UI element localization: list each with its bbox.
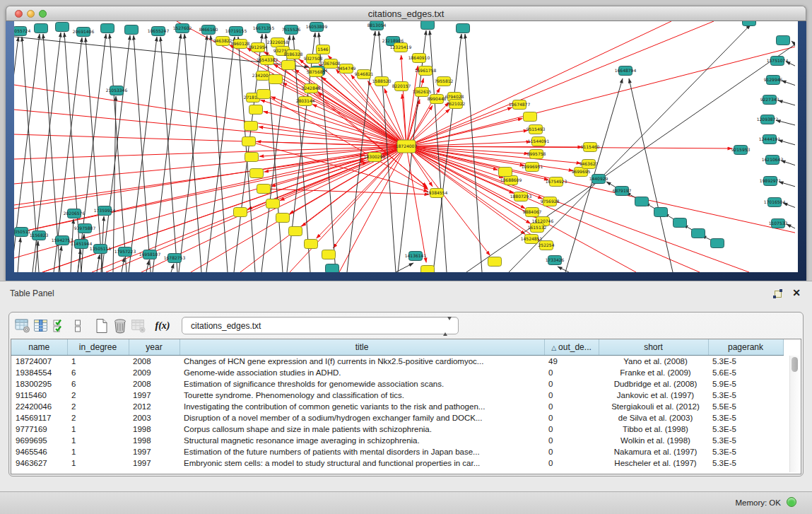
- network-edge[interactable]: [110, 34, 126, 272]
- network-node[interactable]: 20206576: [64, 209, 86, 218]
- network-node[interactable]: 20691406: [73, 28, 95, 37]
- network-node[interactable]: [692, 229, 705, 238]
- network-node[interactable]: 8454749: [337, 64, 356, 74]
- network-node[interactable]: 9463627: [579, 160, 599, 169]
- network-edge[interactable]: [776, 120, 795, 126]
- network-node[interactable]: 14136141: [405, 252, 427, 261]
- network-node[interactable]: 16754923: [546, 177, 567, 187]
- network-node[interactable]: 1621022: [447, 100, 466, 109]
- network-node[interactable]: [289, 227, 302, 236]
- network-node[interactable]: [322, 250, 336, 259]
- network-node[interactable]: 11544091: [528, 137, 550, 146]
- network-hub-node[interactable]: 18724007: [396, 140, 418, 153]
- network-edge[interactable]: [779, 182, 795, 187]
- network-edge[interactable]: [466, 42, 795, 272]
- network-node[interactable]: 17016504: [764, 198, 786, 207]
- network-node[interactable]: 8995758: [527, 150, 546, 159]
- network-node[interactable]: [488, 257, 502, 267]
- network-node[interactable]: 15751074: [767, 57, 789, 66]
- select-columns-icon[interactable]: [51, 317, 68, 334]
- network-node[interactable]: 9756928: [541, 197, 560, 206]
- network-node[interactable]: 17359924: [94, 206, 116, 216]
- new-table-icon[interactable]: [93, 317, 110, 334]
- network-node[interactable]: 9146821: [355, 70, 374, 79]
- network-node[interactable]: 8466160: [199, 25, 218, 35]
- network-node[interactable]: 9242848: [302, 84, 321, 93]
- network-node[interactable]: [257, 90, 271, 99]
- network-node[interactable]: 8912954: [249, 43, 268, 52]
- table-row[interactable]: 911546021997Tourette syndrome. Phenomeno…: [11, 390, 783, 401]
- table-selector-dropdown[interactable]: citations_edges.txt: [182, 317, 459, 334]
- network-edge[interactable]: [406, 46, 795, 146]
- network-node[interactable]: [635, 197, 649, 206]
- network-node[interactable]: 1546: [317, 45, 330, 54]
- table-row[interactable]: 1938455462009Genome-wide association stu…: [11, 367, 783, 378]
- show-columns-icon[interactable]: [33, 317, 49, 334]
- network-edge[interactable]: [134, 35, 151, 272]
- network-canvas[interactable]: 2405572420691406106552471527602846616010…: [14, 21, 798, 272]
- network-edge[interactable]: [778, 140, 795, 146]
- network-node[interactable]: 7515526: [282, 25, 301, 35]
- delete-rows-icon[interactable]: [112, 317, 129, 334]
- scrollbar-thumb[interactable]: [792, 357, 798, 372]
- float-panel-icon[interactable]: [773, 289, 782, 298]
- network-edge[interactable]: [430, 30, 447, 272]
- network-node[interactable]: [421, 21, 435, 30]
- network-node[interactable]: 2803144: [296, 97, 315, 106]
- network-node[interactable]: 9515493: [526, 125, 546, 134]
- network-node[interactable]: 7955812: [435, 77, 454, 86]
- network-node[interactable]: 9463822: [213, 37, 233, 46]
- column-header-name[interactable]: name: [11, 339, 67, 356]
- network-edge[interactable]: [290, 146, 406, 272]
- close-panel-icon[interactable]: ✕: [792, 287, 801, 298]
- network-edge[interactable]: [406, 146, 426, 262]
- network-node[interactable]: 10674877: [509, 100, 531, 110]
- network-node[interactable]: [234, 208, 247, 217]
- network-edge[interactable]: [406, 107, 512, 146]
- network-node[interactable]: 6879197: [613, 187, 632, 196]
- network-node[interactable]: 5875685: [307, 68, 326, 77]
- network-edge[interactable]: [406, 146, 749, 272]
- network-node[interactable]: 16782753: [164, 254, 186, 263]
- network-edge[interactable]: [206, 37, 235, 272]
- table-row[interactable]: 946362711997Embryonic stem cells: a mode…: [11, 457, 783, 469]
- network-edge[interactable]: [782, 81, 795, 86]
- network-edge[interactable]: [558, 267, 569, 272]
- column-header-out_de[interactable]: △out_de...: [544, 339, 599, 356]
- network-node[interactable]: 8186328: [284, 50, 303, 59]
- network-node[interactable]: 24055724: [14, 27, 30, 36]
- memory-status-dot[interactable]: [787, 497, 796, 507]
- network-node[interactable]: [499, 168, 512, 177]
- network-edge[interactable]: [401, 55, 406, 146]
- delete-table-icon[interactable]: [130, 317, 147, 334]
- network-edge[interactable]: [102, 35, 130, 272]
- table-row[interactable]: 2242004622012Investigating the contribut…: [11, 401, 783, 412]
- network-node[interactable]: [269, 75, 283, 84]
- network-node[interactable]: 9350511: [14, 228, 31, 237]
- network-edge[interactable]: [146, 260, 149, 272]
- network-edge[interactable]: [14, 37, 18, 272]
- network-edge[interactable]: [211, 35, 228, 272]
- network-node[interactable]: [711, 239, 724, 248]
- toggle-rows-icon[interactable]: [69, 317, 86, 334]
- network-node[interactable]: [56, 23, 69, 32]
- table-row[interactable]: 977716911998Corpus callosum shape and si…: [11, 424, 783, 435]
- network-node[interactable]: [326, 264, 339, 273]
- network-edge[interactable]: [14, 158, 365, 233]
- function-builder-icon[interactable]: f(x): [154, 317, 171, 334]
- network-node[interactable]: 16961758: [415, 66, 437, 76]
- network-node[interactable]: [421, 266, 435, 273]
- network-node[interactable]: 9227343: [760, 95, 779, 105]
- network-node[interactable]: 9129946: [764, 76, 783, 85]
- network-edge[interactable]: [629, 78, 673, 272]
- network-node[interactable]: 8813054: [367, 21, 387, 30]
- network-node[interactable]: 16958107: [139, 250, 161, 259]
- network-node[interactable]: 93975887: [74, 224, 96, 233]
- column-header-pagerank[interactable]: pagerank: [708, 339, 783, 356]
- network-node[interactable]: 10996951: [522, 163, 543, 172]
- network-node[interactable]: [457, 24, 470, 33]
- column-header-year[interactable]: year: [129, 339, 180, 356]
- network-node[interactable]: [249, 105, 263, 115]
- network-node[interactable]: 12093872: [757, 115, 779, 124]
- network-node[interactable]: [101, 24, 114, 33]
